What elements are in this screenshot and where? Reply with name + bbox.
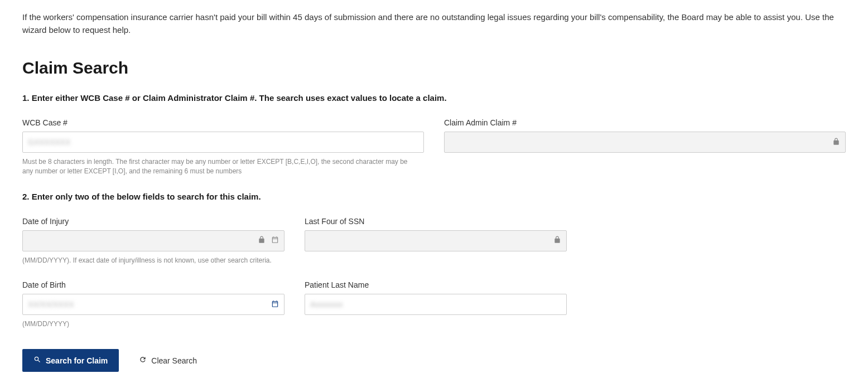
search-button-label: Search for Claim xyxy=(46,356,108,365)
wcb-case-input-wrapper: GXXXXXXX xyxy=(22,132,424,153)
wcb-case-input[interactable] xyxy=(22,132,424,153)
date-injury-help: (MM/DD/YYYY). If exact date of injury/il… xyxy=(22,256,284,265)
refresh-icon xyxy=(139,356,147,365)
wcb-case-label: WCB Case # xyxy=(22,118,424,127)
button-row: Search for Claim Clear Search xyxy=(22,349,846,372)
intro-text: If the workers' compensation insurance c… xyxy=(22,11,846,36)
last-name-input[interactable] xyxy=(305,294,567,315)
search-button[interactable]: Search for Claim xyxy=(22,349,119,372)
instruction-step-1: 1. Enter either WCB Case # or Claim Admi… xyxy=(22,93,846,103)
wcb-case-help: Must be 8 characters in length. The firs… xyxy=(22,157,413,176)
claim-admin-input-wrapper xyxy=(444,132,846,153)
clear-button[interactable]: Clear Search xyxy=(139,356,197,365)
ssn-input xyxy=(305,230,567,251)
search-icon xyxy=(33,356,41,365)
ssn-label: Last Four of SSN xyxy=(305,217,567,226)
claim-admin-label: Claim Admin Claim # xyxy=(444,118,846,127)
form-row-2: Date of Injury (MM/DD/YYYY). If exact da… xyxy=(22,217,846,265)
claim-admin-group: Claim Admin Claim # xyxy=(444,118,846,176)
wcb-case-group: WCB Case # GXXXXXXX Must be 8 characters… xyxy=(22,118,424,176)
page-title: Claim Search xyxy=(22,59,846,77)
date-injury-group: Date of Injury (MM/DD/YYYY). If exact da… xyxy=(22,217,284,265)
last-name-label: Patient Last Name xyxy=(305,280,567,289)
date-injury-input-wrapper xyxy=(22,230,284,251)
date-injury-label: Date of Injury xyxy=(22,217,284,226)
dob-input-wrapper: XX/XX/XXXX xyxy=(22,294,284,315)
instruction-step-2: 2. Enter only two of the below fields to… xyxy=(22,192,846,201)
dob-help: (MM/DD/YYYY) xyxy=(22,319,284,329)
calendar-icon[interactable] xyxy=(271,300,279,309)
dob-group: Date of Birth XX/XX/XXXX (MM/DD/YYYY) xyxy=(22,280,284,329)
clear-button-label: Clear Search xyxy=(151,356,197,365)
last-name-input-wrapper: Axxxxxxx xyxy=(305,294,567,315)
dob-input[interactable] xyxy=(22,294,284,315)
ssn-group: Last Four of SSN xyxy=(305,217,567,265)
form-row-3: Date of Birth XX/XX/XXXX (MM/DD/YYYY) Pa… xyxy=(22,280,846,329)
dob-label: Date of Birth xyxy=(22,280,284,289)
last-name-group: Patient Last Name Axxxxxxx xyxy=(305,280,567,329)
form-row-1: WCB Case # GXXXXXXX Must be 8 characters… xyxy=(22,118,846,176)
ssn-input-wrapper xyxy=(305,230,567,251)
claim-admin-input xyxy=(444,132,846,153)
date-injury-input xyxy=(22,230,284,251)
